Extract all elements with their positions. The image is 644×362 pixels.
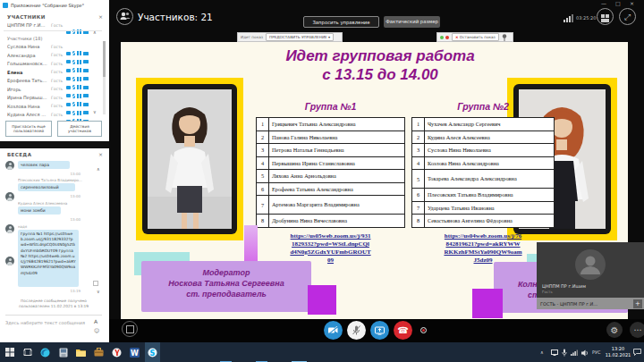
row-number: 5	[412, 170, 425, 188]
video-tile-bar[interactable]: ГОСТЬ - ЦНППМ ПР г.И... +	[537, 298, 644, 309]
mic-muted-button[interactable]	[347, 321, 366, 340]
taskbar-clock[interactable]: 13:20 11.02.2021	[605, 346, 631, 358]
change-layout-button[interactable]	[597, 8, 614, 25]
row-number: 3	[257, 144, 269, 156]
give-control-label: ПРЕДОСТАВИТЬ УПРАВЛЕНИЕ	[269, 35, 327, 39]
video-tile-role: Гость	[542, 290, 553, 294]
table-row: 6Ерофеева Татьяна Александровна	[257, 183, 404, 197]
row-number: 3	[412, 144, 425, 156]
participant-role: Гость	[51, 79, 63, 83]
close-icon[interactable]: ×	[98, 151, 103, 157]
camera-off-button[interactable]	[324, 321, 343, 340]
stop-share-button[interactable]: × Остановить показ	[452, 33, 499, 41]
participant-row[interactable]: Суслова НинаГость	[0, 43, 102, 51]
invite-users-button[interactable]: Пригласить еще пользователей	[5, 121, 52, 137]
hang-up-button[interactable]: ☎	[394, 321, 412, 340]
window-title: Приложение "Собрание Skype"	[11, 3, 105, 8]
minimize-icon[interactable]: —	[601, 0, 606, 6]
participant-row[interactable]: АлександраГость	[0, 52, 102, 60]
yandex-browser-icon[interactable]	[109, 342, 124, 362]
give-control-button[interactable]: ПРЕДОСТАВИТЬ УПРАВЛЕНИЕ ▾	[266, 33, 334, 41]
message-time: 13:00	[54, 194, 80, 198]
participant-actions-button[interactable]: Действия участников	[57, 121, 102, 137]
skype-icon-active[interactable]: S	[145, 342, 160, 362]
select-message-checkbox[interactable]	[93, 281, 98, 286]
tray-volume-icon[interactable]	[581, 349, 589, 357]
share-screen-button[interactable]	[370, 321, 389, 340]
chat-input[interactable]: Здесь наберите текст сообщения	[5, 320, 89, 325]
avatar	[575, 249, 606, 280]
skype-panel-titlebar[interactable]: Приложение "Собрание Skype"	[0, 0, 109, 11]
request-control-button[interactable]: Запросить управление	[303, 16, 379, 28]
pinned-participant-row[interactable]: ЦНППМ ПР г.Ишима Гость	[0, 21, 106, 29]
table-row: 5Ляхова Анна Арнольдовна	[257, 170, 404, 183]
link-line: 842819621?pwd=akRYWW	[411, 240, 555, 248]
pop-out-icon[interactable]: +	[633, 299, 642, 308]
chat-bubble: сиреневолиловый	[18, 183, 75, 191]
participants-count: Участников: 21	[138, 12, 213, 22]
participant-name: Козлова Нина	[7, 104, 48, 109]
file-explorer-icon[interactable]	[73, 342, 89, 362]
phone-icon: ☎	[397, 325, 408, 335]
presenting-label: Идет показ	[241, 35, 263, 39]
emoji-icon[interactable]: ☺	[94, 327, 99, 333]
chevron-up-icon[interactable]: ∧	[97, 166, 100, 172]
member-name: Кудина Алеся Алексеевна	[425, 134, 554, 140]
close-icon[interactable]: ×	[630, 0, 634, 6]
row-number: 8	[257, 215, 269, 227]
tray-display-icon[interactable]	[551, 349, 558, 356]
im-button[interactable]	[122, 321, 138, 337]
member-name: Севастьянова Ангелина Фёдоровна	[425, 217, 554, 223]
participant-name: ЦНППМ ПР г.Ишима	[7, 22, 48, 28]
participant-name: Игорь	[7, 87, 48, 92]
close-icon[interactable]: ×	[98, 13, 103, 20]
task-view-button[interactable]	[20, 342, 35, 362]
participant-row[interactable]: Голышмановская СО...Гость	[0, 60, 102, 68]
table-row: 3Петрова Наталья Геннадьевна	[257, 144, 404, 157]
maximize-icon[interactable]: □	[615, 0, 621, 6]
member-name: Чухачев Александр Сергеевич	[425, 121, 554, 127]
chevron-down-icon[interactable]: ∨	[97, 289, 100, 294]
chevron-up-icon[interactable]: ∧	[93, 29, 97, 35]
tray-mic-icon[interactable]	[562, 349, 567, 357]
video-tile[interactable]: ЦНППМ ПР г.Ишим Гость ГОСТЬ - ЦНППМ ПР г…	[537, 242, 644, 309]
participant-row[interactable]: Ирина ПервышинаГость	[0, 94, 102, 102]
language-indicator[interactable]: РУС	[592, 349, 601, 355]
share-status-toolbar: Идет показ ПРЕДОСТАВИТЬ УПРАВЛЕНИЕ ▾	[237, 32, 343, 42]
tray-network-icon[interactable]	[571, 349, 578, 356]
settings-button[interactable]: ⚙	[606, 322, 623, 338]
start-button[interactable]	[2, 342, 17, 362]
avatar	[5, 224, 14, 233]
font-options-icon[interactable]: А	[94, 318, 97, 324]
participant-row[interactable]: Козлова НинаГость	[0, 103, 102, 111]
participant-row[interactable]: ЕленаГость	[0, 69, 102, 77]
participant-row[interactable]: Ерофеева ТатьянаГость	[0, 77, 102, 85]
member-name: Ляхова Анна Арнольдовна	[269, 173, 404, 179]
tray-chevron-icon[interactable]: ∧	[540, 349, 544, 355]
slide-title-line1: Идет групповая работа	[143, 47, 617, 65]
participant-row[interactable]: ИгорьГость	[0, 86, 102, 94]
briefcase-icon[interactable]	[91, 342, 106, 362]
edge-browser-icon[interactable]	[38, 342, 53, 362]
action-center-icon[interactable]	[633, 349, 641, 356]
scrollbar-thumb[interactable]	[103, 41, 106, 77]
chat-bubble-links[interactable]: Группа №1 https://us05web.zoom.us/j/9311…	[18, 230, 79, 287]
participant-role: Гость	[51, 45, 63, 49]
clock-date: 11.02.2021	[605, 352, 631, 358]
more-options-button[interactable]: ⋯	[630, 322, 644, 338]
participants-header: УЧАСТНИКИ	[7, 14, 46, 20]
member-name: Панова Галина Николаевна	[269, 134, 404, 140]
participant-role: Гость	[51, 104, 63, 108]
actual-size-button[interactable]: Фактический размер	[384, 16, 440, 28]
fullscreen-button[interactable]: ⤢	[619, 8, 636, 25]
word-icon[interactable]: W	[127, 342, 142, 362]
participant-row[interactable]: Кудина Алеся Алексе...Гость	[0, 111, 102, 119]
dropdown-icon: ▾	[328, 35, 330, 39]
participant-role: Гость	[51, 113, 63, 117]
photo-frame-left	[136, 78, 243, 240]
app-icon[interactable]	[55, 342, 71, 362]
participants-list: Суслова НинаГость АлександраГость Голышм…	[0, 43, 102, 116]
scrollbar-track[interactable]	[103, 41, 106, 114]
pin-icon[interactable]	[502, 34, 507, 41]
chevron-down-icon[interactable]: ∨	[93, 109, 97, 114]
